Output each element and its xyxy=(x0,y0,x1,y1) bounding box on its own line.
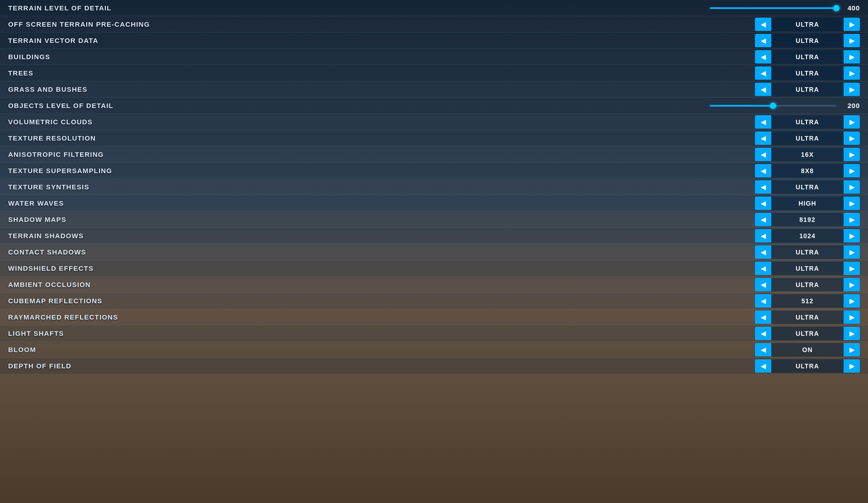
value-display-texture-supersampling: 8X8 xyxy=(771,164,844,178)
slider-track-objects-lod[interactable] xyxy=(710,105,836,107)
arrow-right-contact-shadows[interactable]: ▶ xyxy=(844,245,860,259)
selector-control-light-shafts: ◀ULTRA▶ xyxy=(755,327,860,340)
arrow-left-grass-bushes[interactable]: ◀ xyxy=(755,83,771,96)
arrow-left-texture-supersampling[interactable]: ◀ xyxy=(755,164,771,178)
selector-control-contact-shadows: ◀ULTRA▶ xyxy=(755,245,860,259)
setting-row-light-shafts: LIGHT SHAFTS◀ULTRA▶ xyxy=(0,325,868,342)
selector-control-texture-supersampling: ◀8X8▶ xyxy=(755,164,860,178)
setting-label-shadow-maps: SHADOW MAPS xyxy=(8,216,755,223)
setting-label-terrain-lod: TERRAIN LEVEL OF DETAIL xyxy=(8,4,710,12)
slider-value-objects-lod: 200 xyxy=(842,102,860,109)
arrow-right-buildings[interactable]: ▶ xyxy=(844,50,860,64)
arrow-right-texture-resolution[interactable]: ▶ xyxy=(844,132,860,145)
setting-row-buildings: BUILDINGS◀ULTRA▶ xyxy=(0,49,868,65)
arrow-right-windshield-effects[interactable]: ▶ xyxy=(844,262,860,275)
slider-thumb-terrain-lod[interactable] xyxy=(833,5,840,11)
setting-label-depth-of-field: DEPTH OF FIELD xyxy=(8,362,755,370)
value-display-terrain-shadows: 1024 xyxy=(771,229,844,243)
selector-control-depth-of-field: ◀ULTRA▶ xyxy=(755,359,860,373)
arrow-right-terrain-vector[interactable]: ▶ xyxy=(844,34,860,47)
arrow-left-texture-synthesis[interactable]: ◀ xyxy=(755,180,771,194)
setting-row-terrain-lod: TERRAIN LEVEL OF DETAIL400 xyxy=(0,0,868,16)
setting-label-terrain-vector: TERRAIN VECTOR DATA xyxy=(8,37,755,44)
value-display-windshield-effects: ULTRA xyxy=(771,262,844,275)
setting-label-water-waves: WATER WAVES xyxy=(8,199,755,207)
setting-row-shadow-maps: SHADOW MAPS◀8192▶ xyxy=(0,212,868,228)
setting-row-depth-of-field: DEPTH OF FIELD◀ULTRA▶ xyxy=(0,358,868,374)
slider-fill-terrain-lod xyxy=(710,7,836,9)
arrow-right-texture-synthesis[interactable]: ▶ xyxy=(844,180,860,194)
value-display-texture-resolution: ULTRA xyxy=(771,132,844,145)
arrow-left-windshield-effects[interactable]: ◀ xyxy=(755,262,771,275)
selector-control-ambient-occlusion: ◀ULTRA▶ xyxy=(755,278,860,291)
arrow-left-shadow-maps[interactable]: ◀ xyxy=(755,213,771,226)
arrow-right-terrain-shadows[interactable]: ▶ xyxy=(844,229,860,243)
arrow-left-bloom[interactable]: ◀ xyxy=(755,343,771,357)
arrow-right-depth-of-field[interactable]: ▶ xyxy=(844,359,860,373)
arrow-left-anisotropic-filtering[interactable]: ◀ xyxy=(755,148,771,161)
arrow-left-trees[interactable]: ◀ xyxy=(755,66,771,80)
arrow-right-ambient-occlusion[interactable]: ▶ xyxy=(844,278,860,291)
setting-row-contact-shadows: CONTACT SHADOWS◀ULTRA▶ xyxy=(0,244,868,260)
setting-label-trees: TREES xyxy=(8,69,755,77)
value-display-texture-synthesis: ULTRA xyxy=(771,180,844,194)
arrow-left-depth-of-field[interactable]: ◀ xyxy=(755,359,771,373)
arrow-right-raymarched-reflections[interactable]: ▶ xyxy=(844,310,860,324)
setting-label-cubemap-reflections: CUBEMAP REFLECTIONS xyxy=(8,297,755,305)
value-display-depth-of-field: ULTRA xyxy=(771,359,844,373)
slider-thumb-objects-lod[interactable] xyxy=(770,103,776,109)
settings-container: TERRAIN LEVEL OF DETAIL400OFF SCREEN TER… xyxy=(0,0,868,503)
arrow-left-off-screen-terrain[interactable]: ◀ xyxy=(755,18,771,31)
arrow-left-raymarched-reflections[interactable]: ◀ xyxy=(755,310,771,324)
arrow-left-ambient-occlusion[interactable]: ◀ xyxy=(755,278,771,291)
setting-row-off-screen-terrain: OFF SCREEN TERRAIN PRE-CACHING◀ULTRA▶ xyxy=(0,16,868,33)
selector-control-windshield-effects: ◀ULTRA▶ xyxy=(755,262,860,275)
selector-control-terrain-shadows: ◀1024▶ xyxy=(755,229,860,243)
setting-label-bloom: BLOOM xyxy=(8,346,755,353)
setting-row-anisotropic-filtering: ANISOTROPIC FILTERING◀16X▶ xyxy=(0,146,868,163)
setting-row-windshield-effects: WINDSHIELD EFFECTS◀ULTRA▶ xyxy=(0,260,868,277)
selector-control-water-waves: ◀HIGH▶ xyxy=(755,197,860,210)
arrow-right-volumetric-clouds[interactable]: ▶ xyxy=(844,115,860,129)
setting-label-terrain-shadows: TERRAIN SHADOWS xyxy=(8,232,755,240)
value-display-light-shafts: ULTRA xyxy=(771,327,844,340)
setting-label-light-shafts: LIGHT SHAFTS xyxy=(8,329,755,337)
setting-row-terrain-shadows: TERRAIN SHADOWS◀1024▶ xyxy=(0,228,868,244)
arrow-left-volumetric-clouds[interactable]: ◀ xyxy=(755,115,771,129)
setting-label-raymarched-reflections: RAYMARCHED REFLECTIONS xyxy=(8,313,755,321)
arrow-right-grass-bushes[interactable]: ▶ xyxy=(844,83,860,96)
value-display-ambient-occlusion: ULTRA xyxy=(771,278,844,291)
arrow-left-water-waves[interactable]: ◀ xyxy=(755,197,771,210)
setting-row-grass-bushes: GRASS AND BUSHES◀ULTRA▶ xyxy=(0,81,868,98)
arrow-left-contact-shadows[interactable]: ◀ xyxy=(755,245,771,259)
setting-label-ambient-occlusion: AMBIENT OCCLUSION xyxy=(8,281,755,288)
setting-row-raymarched-reflections: RAYMARCHED REFLECTIONS◀ULTRA▶ xyxy=(0,309,868,325)
arrow-left-cubemap-reflections[interactable]: ◀ xyxy=(755,294,771,308)
arrow-right-anisotropic-filtering[interactable]: ▶ xyxy=(844,148,860,161)
setting-row-volumetric-clouds: VOLUMETRIC CLOUDS◀ULTRA▶ xyxy=(0,114,868,130)
setting-row-bloom: BLOOM◀ON▶ xyxy=(0,342,868,358)
arrow-left-light-shafts[interactable]: ◀ xyxy=(755,327,771,340)
arrow-left-terrain-vector[interactable]: ◀ xyxy=(755,34,771,47)
arrow-right-trees[interactable]: ▶ xyxy=(844,66,860,80)
arrow-right-water-waves[interactable]: ▶ xyxy=(844,197,860,210)
setting-row-trees: TREES◀ULTRA▶ xyxy=(0,65,868,81)
setting-row-terrain-vector: TERRAIN VECTOR DATA◀ULTRA▶ xyxy=(0,33,868,49)
setting-label-windshield-effects: WINDSHIELD EFFECTS xyxy=(8,264,755,272)
setting-label-buildings: BUILDINGS xyxy=(8,53,755,61)
value-display-cubemap-reflections: 512 xyxy=(771,294,844,308)
arrow-left-texture-resolution[interactable]: ◀ xyxy=(755,132,771,145)
arrow-right-off-screen-terrain[interactable]: ▶ xyxy=(844,18,860,31)
selector-control-terrain-vector: ◀ULTRA▶ xyxy=(755,34,860,47)
slider-track-terrain-lod[interactable] xyxy=(710,7,836,9)
slider-control-terrain-lod: 400 xyxy=(710,4,860,12)
arrow-left-terrain-shadows[interactable]: ◀ xyxy=(755,229,771,243)
selector-control-grass-bushes: ◀ULTRA▶ xyxy=(755,83,860,96)
arrow-left-buildings[interactable]: ◀ xyxy=(755,50,771,64)
arrow-right-light-shafts[interactable]: ▶ xyxy=(844,327,860,340)
arrow-right-shadow-maps[interactable]: ▶ xyxy=(844,213,860,226)
arrow-right-bloom[interactable]: ▶ xyxy=(844,343,860,357)
arrow-right-cubemap-reflections[interactable]: ▶ xyxy=(844,294,860,308)
setting-row-texture-resolution: TEXTURE RESOLUTION◀ULTRA▶ xyxy=(0,130,868,146)
arrow-right-texture-supersampling[interactable]: ▶ xyxy=(844,164,860,178)
